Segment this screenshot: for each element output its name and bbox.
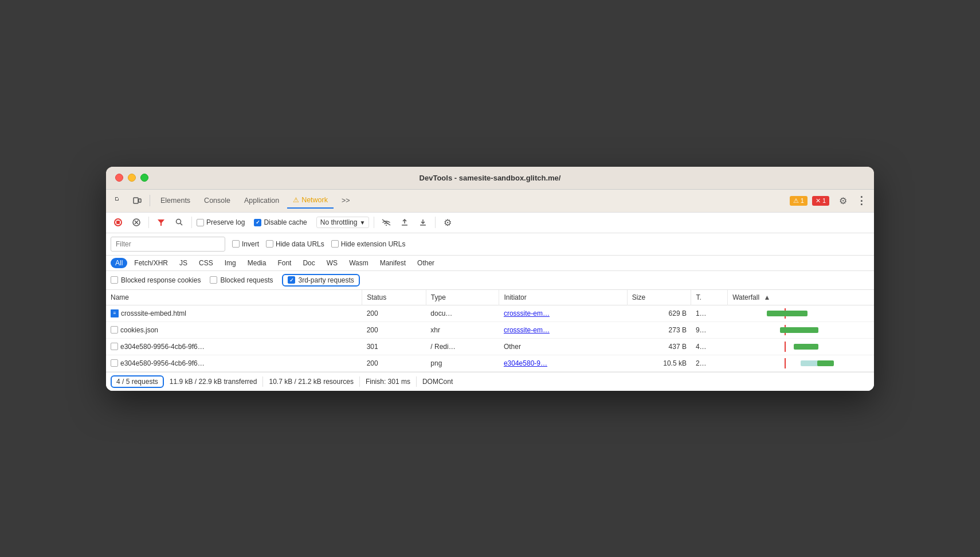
search-icon[interactable]: [172, 215, 187, 230]
type-filter-wasm[interactable]: Wasm: [344, 258, 373, 268]
cell-type-1: docu…: [426, 305, 499, 321]
type-filter-ws[interactable]: WS: [322, 258, 342, 268]
cell-name-1: ≡ crosssite-embed.html: [106, 305, 362, 321]
cell-type-3: / Redi…: [426, 338, 499, 355]
table-row[interactable]: ≡ crosssite-embed.html 200 docu… crosssi…: [106, 305, 874, 321]
cell-status-3: 301: [362, 338, 426, 355]
throttle-select[interactable]: No throttling ▼: [316, 217, 370, 228]
type-filter-manifest[interactable]: Manifest: [375, 258, 410, 268]
cursor-icon[interactable]: [111, 193, 127, 209]
cell-initiator-4[interactable]: e304e580-9…: [499, 355, 627, 371]
invert-label[interactable]: Invert: [232, 240, 259, 248]
network-warning-icon: ⚠: [293, 196, 299, 204]
window-title: DevTools - samesite-sandbox.glitch.me/: [420, 174, 561, 182]
invert-checkbox[interactable]: [232, 240, 240, 248]
hide-ext-urls-checkbox[interactable]: [331, 240, 339, 248]
filter-input[interactable]: [111, 237, 225, 252]
col-header-initiator[interactable]: Initiator: [499, 290, 627, 305]
requests-count: 4 / 5 requests: [111, 375, 164, 388]
hide-data-urls-checkbox[interactable]: [266, 240, 273, 248]
disable-cache-label[interactable]: Disable cache: [254, 218, 307, 226]
cell-type-2: xhr: [426, 321, 499, 338]
record-stop-button[interactable]: [111, 215, 126, 230]
preserve-log-label[interactable]: Preserve log: [197, 218, 245, 226]
tab-more[interactable]: >>: [336, 193, 356, 208]
preserve-log-checkbox[interactable]: [197, 219, 204, 226]
svg-rect-2: [116, 200, 119, 201]
hide-data-urls-label[interactable]: Hide data URLs: [266, 240, 324, 248]
tab-application[interactable]: Application: [238, 193, 285, 208]
type-filter-row: All Fetch/XHR JS CSS Img Media Font Doc …: [106, 256, 874, 271]
type-filter-other[interactable]: Other: [413, 258, 439, 268]
col-header-size[interactable]: Size: [627, 290, 691, 305]
table-row[interactable]: e304e580-9956-4cb6-9f6… 200 png e304e580…: [106, 355, 874, 371]
more-options-icon[interactable]: ⋮: [853, 193, 869, 209]
type-filter-doc[interactable]: Doc: [298, 258, 319, 268]
download-icon[interactable]: [415, 215, 430, 230]
warning-badge[interactable]: ⚠ 1: [790, 196, 807, 206]
svg-rect-16: [402, 225, 407, 226]
cell-name-2: cookies.json: [106, 321, 362, 338]
type-filter-js[interactable]: JS: [175, 258, 192, 268]
upload-icon[interactable]: [397, 215, 412, 230]
tab-network[interactable]: ⚠ Network: [287, 193, 334, 209]
blocked-response-checkbox[interactable]: [111, 276, 118, 284]
devtools-window: DevTools - samesite-sandbox.glitch.me/: [106, 167, 874, 391]
type-filter-css[interactable]: CSS: [194, 258, 218, 268]
type-filter-font[interactable]: Font: [273, 258, 296, 268]
network-settings-icon[interactable]: ⚙: [440, 215, 455, 230]
table-row[interactable]: e304e580-9956-4cb6-9f6… 301 / Redi… Othe…: [106, 338, 874, 355]
cell-initiator-2[interactable]: crosssite-em…: [499, 321, 627, 338]
disable-cache-checkbox[interactable]: [254, 219, 261, 226]
empty-icon-2: [111, 326, 118, 334]
empty-icon-3: [111, 343, 118, 350]
filter-icon[interactable]: [154, 215, 168, 230]
cell-initiator-1[interactable]: crosssite-em…: [499, 305, 627, 321]
devtools-body: Elements Console Application ⚠ Network >…: [106, 190, 874, 391]
toolbar-sep-3: [374, 217, 374, 228]
col-header-status[interactable]: Status: [362, 290, 426, 305]
minimize-button[interactable]: [128, 174, 136, 182]
close-button[interactable]: [115, 174, 123, 182]
cell-status-2: 200: [362, 321, 426, 338]
clear-button[interactable]: [129, 215, 144, 230]
svg-rect-4: [115, 197, 116, 201]
type-filter-media[interactable]: Media: [243, 258, 271, 268]
col-header-name[interactable]: Name: [106, 290, 362, 305]
cell-waterfall-4: [728, 355, 874, 371]
status-bar: 4 / 5 requests 11.9 kB / 22.9 kB transfe…: [106, 372, 874, 391]
col-header-waterfall[interactable]: Waterfall ▲: [728, 290, 874, 305]
device-icon[interactable]: [129, 193, 145, 209]
transferred-stats: 11.9 kB / 22.9 kB transferred: [164, 376, 264, 387]
wifi-icon[interactable]: [379, 215, 394, 230]
blocked-response-cookies[interactable]: Blocked response cookies: [111, 276, 201, 284]
table-row[interactable]: cookies.json 200 xhr crosssite-em… 273 B…: [106, 321, 874, 338]
hide-ext-urls-label[interactable]: Hide extension URLs: [331, 240, 406, 248]
warning-icon: ⚠: [793, 197, 799, 205]
svg-rect-18: [420, 225, 426, 226]
type-filter-img[interactable]: Img: [220, 258, 241, 268]
top-tab-bar: Elements Console Application ⚠ Network >…: [106, 190, 874, 213]
col-header-type[interactable]: Type: [426, 290, 499, 305]
settings-icon[interactable]: ⚙: [835, 193, 851, 209]
error-badge[interactable]: ✕ 1: [812, 196, 829, 206]
network-table: Name Status Type Initiator Size: [106, 290, 874, 372]
finish-time: Finish: 301 ms: [360, 376, 417, 387]
svg-line-14: [181, 223, 183, 226]
blocked-requests-checkbox[interactable]: [210, 276, 217, 284]
type-filter-fetch[interactable]: Fetch/XHR: [130, 258, 173, 268]
filter-row: Invert Hide data URLs Hide extension URL…: [106, 233, 874, 256]
col-header-time[interactable]: T.: [691, 290, 728, 305]
cell-time-3: 4…: [691, 338, 728, 355]
svg-rect-5: [134, 198, 138, 203]
tab-elements[interactable]: Elements: [155, 193, 196, 208]
cell-initiator-3: Other: [499, 338, 627, 355]
third-party-requests[interactable]: 3rd-party requests: [282, 274, 359, 287]
blocked-requests[interactable]: Blocked requests: [210, 276, 273, 284]
maximize-button[interactable]: [140, 174, 148, 182]
type-filter-all[interactable]: All: [111, 258, 127, 268]
third-party-checkbox[interactable]: [288, 276, 295, 284]
tab-console[interactable]: Console: [198, 193, 236, 208]
cell-status-4: 200: [362, 355, 426, 371]
resources-stats: 10.7 kB / 21.2 kB resources: [263, 376, 359, 387]
